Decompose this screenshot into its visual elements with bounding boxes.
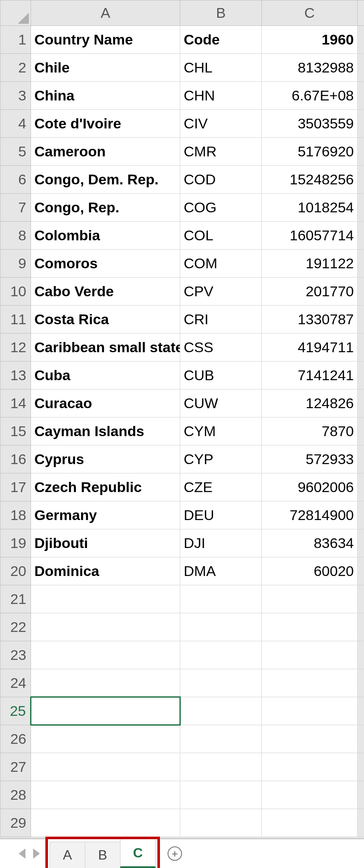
tab-scroll-right-icon[interactable]: [33, 849, 40, 859]
row-header[interactable]: 2: [0, 54, 31, 82]
cell-B18[interactable]: DEU: [180, 501, 262, 529]
cell-C25[interactable]: [262, 697, 358, 725]
cell-B27[interactable]: [180, 753, 262, 781]
sheet-tab-B[interactable]: B: [85, 842, 120, 868]
cell-A26[interactable]: [31, 725, 180, 753]
row-header[interactable]: 6: [0, 166, 31, 194]
row-header[interactable]: 18: [0, 501, 31, 529]
cell-A29[interactable]: [31, 809, 180, 837]
cell-C3[interactable]: 6.67E+08: [262, 82, 358, 110]
cell-A12[interactable]: Caribbean small states: [31, 334, 180, 362]
cell-C15[interactable]: 7870: [262, 417, 358, 445]
cell-B25[interactable]: [180, 697, 262, 725]
cell-B13[interactable]: CUB: [180, 362, 262, 389]
row-header[interactable]: 22: [0, 613, 31, 641]
row-header[interactable]: 25: [0, 697, 31, 725]
cell-B22[interactable]: [180, 613, 262, 641]
cell-A9[interactable]: Comoros: [31, 250, 180, 278]
cell-A6[interactable]: Congo, Dem. Rep.: [31, 166, 180, 194]
cell-B11[interactable]: CRI: [180, 306, 262, 334]
cell-A24[interactable]: [31, 669, 180, 697]
sheet-tab-C[interactable]: C: [120, 839, 156, 868]
row-header[interactable]: 26: [0, 725, 31, 753]
cell-A11[interactable]: Costa Rica: [31, 306, 180, 334]
row-header[interactable]: 11: [0, 306, 31, 334]
cell-C4[interactable]: 3503559: [262, 110, 358, 138]
cell-C26[interactable]: [262, 725, 358, 753]
row-header[interactable]: 13: [0, 362, 31, 389]
cell-B14[interactable]: CUW: [180, 389, 262, 417]
cell-A4[interactable]: Cote d'Ivoire: [31, 110, 180, 138]
cell-C12[interactable]: 4194711: [262, 334, 358, 362]
row-header[interactable]: 5: [0, 138, 31, 166]
cell-C5[interactable]: 5176920: [262, 138, 358, 166]
cell-B5[interactable]: CMR: [180, 138, 262, 166]
sheet-tab-A[interactable]: A: [50, 842, 85, 868]
cell-A15[interactable]: Cayman Islands: [31, 417, 180, 445]
cell-A22[interactable]: [31, 613, 180, 641]
cell-C19[interactable]: 83634: [262, 529, 358, 557]
cell-C16[interactable]: 572933: [262, 445, 358, 473]
cell-A5[interactable]: Cameroon: [31, 138, 180, 166]
cell-A8[interactable]: Colombia: [31, 222, 180, 250]
cell-A13[interactable]: Cuba: [31, 362, 180, 389]
cell-C8[interactable]: 16057714: [262, 222, 358, 250]
cell-C7[interactable]: 1018254: [262, 194, 358, 222]
row-header[interactable]: 7: [0, 194, 31, 222]
cell-B21[interactable]: [180, 585, 262, 613]
column-header-C[interactable]: C: [262, 0, 358, 26]
row-header[interactable]: 14: [0, 389, 31, 417]
cell-A23[interactable]: [31, 641, 180, 669]
cell-C17[interactable]: 9602006: [262, 473, 358, 501]
cell-C6[interactable]: 15248256: [262, 166, 358, 194]
cell-B28[interactable]: [180, 781, 262, 809]
cell-B19[interactable]: DJI: [180, 529, 262, 557]
cell-B16[interactable]: CYP: [180, 445, 262, 473]
cell-C28[interactable]: [262, 781, 358, 809]
cell-A21[interactable]: [31, 585, 180, 613]
cell-B17[interactable]: CZE: [180, 473, 262, 501]
row-header[interactable]: 24: [0, 669, 31, 697]
row-header[interactable]: 12: [0, 334, 31, 362]
row-header[interactable]: 10: [0, 278, 31, 306]
cell-B12[interactable]: CSS: [180, 334, 262, 362]
cell-B1[interactable]: Code: [180, 26, 262, 54]
cell-A19[interactable]: Djibouti: [31, 529, 180, 557]
cell-A28[interactable]: [31, 781, 180, 809]
cell-C13[interactable]: 7141241: [262, 362, 358, 389]
cell-B26[interactable]: [180, 725, 262, 753]
cell-B23[interactable]: [180, 641, 262, 669]
select-all-corner[interactable]: [0, 0, 31, 26]
cell-C18[interactable]: 72814900: [262, 501, 358, 529]
cell-A18[interactable]: Germany: [31, 501, 180, 529]
add-sheet-button[interactable]: +: [156, 839, 194, 868]
row-header[interactable]: 16: [0, 445, 31, 473]
tab-scroll-left-icon[interactable]: [19, 849, 25, 859]
cell-C14[interactable]: 124826: [262, 389, 358, 417]
cell-C24[interactable]: [262, 669, 358, 697]
cell-C21[interactable]: [262, 585, 358, 613]
cell-B3[interactable]: CHN: [180, 82, 262, 110]
row-header[interactable]: 17: [0, 473, 31, 501]
cell-B7[interactable]: COG: [180, 194, 262, 222]
cell-A10[interactable]: Cabo Verde: [31, 278, 180, 306]
cell-C23[interactable]: [262, 641, 358, 669]
cell-B4[interactable]: CIV: [180, 110, 262, 138]
cell-C10[interactable]: 201770: [262, 278, 358, 306]
cell-C1[interactable]: 1960: [262, 26, 358, 54]
column-header-B[interactable]: B: [180, 0, 262, 26]
cell-A20[interactable]: Dominica: [31, 557, 180, 585]
cell-B6[interactable]: COD: [180, 166, 262, 194]
cell-A17[interactable]: Czech Republic: [31, 473, 180, 501]
cell-A3[interactable]: China: [31, 82, 180, 110]
cell-C22[interactable]: [262, 613, 358, 641]
cell-B15[interactable]: CYM: [180, 417, 262, 445]
row-header[interactable]: 4: [0, 110, 31, 138]
row-header[interactable]: 9: [0, 250, 31, 278]
row-header[interactable]: 19: [0, 529, 31, 557]
cell-B24[interactable]: [180, 669, 262, 697]
cell-C11[interactable]: 1330787: [262, 306, 358, 334]
cell-C27[interactable]: [262, 753, 358, 781]
row-header[interactable]: 27: [0, 753, 31, 781]
cell-A2[interactable]: Chile: [31, 54, 180, 82]
